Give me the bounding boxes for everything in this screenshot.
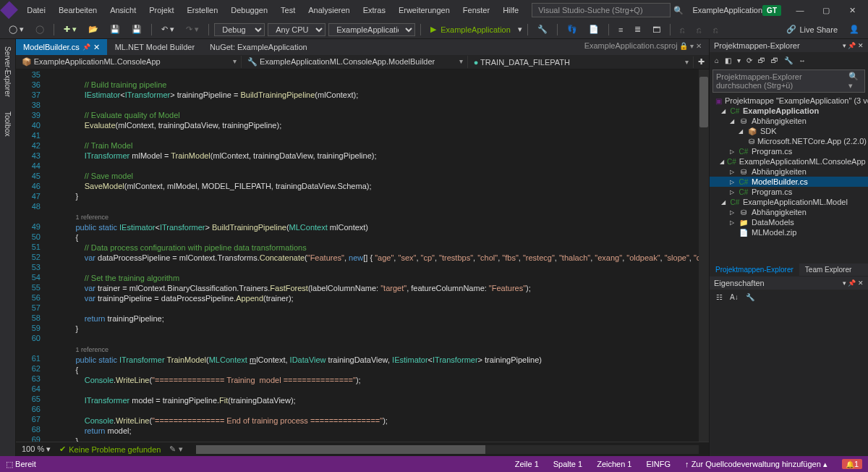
- nav-project-select[interactable]: 📦 ExampleApplicationML.ConsoleApp: [16, 56, 242, 68]
- startup-select[interactable]: ExampleApplication: [328, 23, 415, 36]
- close-button[interactable]: ✕: [842, 3, 862, 17]
- global-search-input[interactable]: Visual Studio-Suche (Strg+Q): [532, 3, 671, 17]
- tree-deps[interactable]: ◢⛁Abhängigkeiten: [710, 116, 868, 126]
- status-bar: ⬚ Bereit Zeile 1 Spalte 1 Zeichen 1 EINF…: [0, 456, 868, 472]
- tab-nuget[interactable]: NuGet: ExampleApplication: [203, 39, 315, 55]
- menu-erstellen[interactable]: Erstellen: [181, 3, 224, 17]
- wrench-icon[interactable]: 🔧: [782, 55, 795, 66]
- tb-icon[interactable]: ✎ ▾: [169, 444, 182, 454]
- user-badge[interactable]: GT: [762, 5, 781, 16]
- panel-dropdown-icon[interactable]: ▾ 📌 ✕: [843, 42, 864, 49]
- tb-icon[interactable]: 🔧: [533, 23, 552, 35]
- home-icon[interactable]: ⌂: [712, 55, 721, 66]
- undo-button[interactable]: ↶ ▾: [157, 23, 179, 35]
- tree-deps[interactable]: ▷⛁Abhängigkeiten: [710, 207, 868, 217]
- scroll-thumb[interactable]: [699, 77, 708, 127]
- nav-back-button[interactable]: ◯ ▾: [4, 23, 28, 35]
- categorize-icon[interactable]: ☷: [714, 292, 725, 303]
- tb-icon[interactable]: ⎌: [709, 24, 723, 35]
- close-tab-icon[interactable]: ✕: [93, 43, 100, 52]
- code-editor[interactable]: 3536373839404142434445464748 49505152535…: [16, 69, 709, 442]
- nav-member-select[interactable]: ● TRAIN_DATA_FILEPATH: [468, 56, 694, 68]
- tree-netcore[interactable]: ⛁Microsoft.NETCore.App (2.2.0): [710, 136, 868, 146]
- save-button[interactable]: 💾: [106, 23, 124, 35]
- solution-search-input[interactable]: Projektmappen-Explorer durchsuchen (Strg…: [712, 69, 865, 93]
- vertical-scrollbar[interactable]: [699, 69, 709, 442]
- toolbox-tab[interactable]: Toolbox: [2, 107, 13, 140]
- maximize-button[interactable]: ▢: [816, 3, 836, 17]
- tb-icon[interactable]: 📄: [584, 23, 603, 35]
- tree-project[interactable]: ◢C#ExampleApplication: [710, 106, 868, 116]
- tree-deps[interactable]: ▷⛁Abhängigkeiten: [710, 167, 868, 177]
- nav-class-select[interactable]: 🔧 ExampleApplicationML.ConsoleApp.ModelB…: [242, 56, 467, 68]
- save-all-button[interactable]: 💾: [127, 23, 146, 35]
- tb-icon[interactable]: ↔: [796, 55, 808, 66]
- menu-ansicht[interactable]: Ansicht: [104, 3, 142, 17]
- tb-icon[interactable]: ⎌: [676, 24, 689, 35]
- menu-erweiterungen[interactable]: Erweiterungen: [393, 3, 456, 17]
- right-panel-tabs: Projektmappen-Explorer Team Explorer: [710, 264, 868, 276]
- open-button[interactable]: 📂: [84, 23, 103, 35]
- tree-sdk[interactable]: ◢📦SDK: [710, 126, 868, 136]
- line-gutter: 3536373839404142434445464748 49505152535…: [16, 69, 46, 442]
- tree-mlmodel[interactable]: 📄MLModel.zip: [710, 227, 868, 237]
- tb-icon[interactable]: 🗗: [756, 55, 767, 66]
- menu-bearbeiten[interactable]: Bearbeiten: [53, 3, 103, 17]
- menu-analysieren[interactable]: Analysieren: [302, 3, 355, 17]
- tb-icon[interactable]: ⎌: [692, 24, 706, 35]
- config-select[interactable]: Debug: [214, 23, 265, 36]
- status-vcs[interactable]: ↑ Zur Quellcodeverwaltung hinzufügen ▴: [685, 460, 827, 469]
- tab-mlnet-builder[interactable]: ML.NET Model Builder: [108, 39, 203, 55]
- tb-icon[interactable]: ≡: [614, 24, 627, 35]
- refresh-icon[interactable]: ⟳: [744, 55, 754, 66]
- minimize-button[interactable]: —: [790, 3, 810, 17]
- fold-column[interactable]: [46, 69, 58, 442]
- tree-project[interactable]: ◢C#ExampleApplicationML.ConsoleApp: [710, 156, 868, 167]
- status-char: Zeichen 1: [597, 460, 631, 468]
- tb-icon[interactable]: 🗔: [648, 24, 665, 35]
- tb-icon[interactable]: 🗗: [769, 55, 780, 66]
- search-icon[interactable]: 🔍: [673, 6, 684, 15]
- tree-project[interactable]: ◢C#ExampleApplicationML.Model: [710, 197, 868, 207]
- tb-icon[interactable]: ◧: [723, 55, 733, 66]
- menu-test[interactable]: Test: [275, 3, 301, 17]
- run-button[interactable]: ExampleApplication: [426, 23, 515, 35]
- tb-icon[interactable]: ≣: [630, 23, 645, 35]
- notification-badge[interactable]: 🔔1: [842, 459, 862, 469]
- menu-debuggen[interactable]: Debuggen: [225, 3, 273, 17]
- nav-forward-button[interactable]: ◯: [31, 23, 48, 35]
- menu-projekt[interactable]: Projekt: [143, 3, 179, 17]
- server-explorer-tab[interactable]: Server-Explorer: [2, 42, 13, 101]
- menu-datei[interactable]: Datei: [21, 3, 51, 17]
- tb-icon[interactable]: ▾: [735, 55, 743, 66]
- horizontal-scrollbar[interactable]: [196, 445, 699, 454]
- doc-path: ExampleApplication.csproj 🔒 ▾ ✕: [577, 39, 709, 55]
- props-icon[interactable]: 🔧: [744, 292, 757, 303]
- split-icon[interactable]: ✚: [694, 56, 709, 68]
- menu-fenster[interactable]: Fenster: [457, 3, 495, 17]
- menu-hilfe[interactable]: Hilfe: [497, 3, 524, 17]
- tab-solution-explorer[interactable]: Projektmappen-Explorer: [710, 264, 799, 276]
- liveshare-icon: 🔗: [786, 25, 796, 34]
- tree-solution[interactable]: ▣Projektmappe "ExampleApplication" (3 vo…: [710, 96, 868, 106]
- tab-modelbuilder[interactable]: ModelBuilder.cs 📌 ✕: [16, 39, 108, 55]
- admin-icon[interactable]: 👤: [845, 23, 864, 35]
- tree-program[interactable]: ▷C#Program.cs: [710, 187, 868, 197]
- alphabetical-icon[interactable]: A↓: [728, 292, 741, 303]
- tree-program[interactable]: ▷C#Program.cs: [710, 146, 868, 156]
- tree-datamodels[interactable]: ▷📁DataModels: [710, 217, 868, 227]
- tree-modelbuilder[interactable]: ▷C#ModelBuilder.cs: [710, 177, 868, 187]
- tab-team-explorer[interactable]: Team Explorer: [799, 264, 857, 276]
- h-scroll-thumb[interactable]: [196, 445, 485, 454]
- platform-select[interactable]: Any CPU: [268, 23, 326, 36]
- problems-indicator[interactable]: ✔ Keine Probleme gefunden: [59, 444, 161, 454]
- new-button[interactable]: ✚ ▾: [59, 23, 81, 35]
- pin-icon[interactable]: 📌: [82, 43, 90, 51]
- panel-dropdown-icon[interactable]: ▾ 📌 ✕: [843, 279, 864, 287]
- menu-extras[interactable]: Extras: [357, 3, 391, 17]
- tb-icon[interactable]: 👣: [563, 23, 582, 35]
- liveshare-button[interactable]: 🔗Live Share: [786, 25, 838, 34]
- redo-button[interactable]: ↷ ▾: [182, 23, 203, 35]
- code-content[interactable]: // Build training pipeline IEstimator<IT…: [58, 69, 699, 442]
- zoom-level[interactable]: 100 % ▾: [22, 444, 51, 454]
